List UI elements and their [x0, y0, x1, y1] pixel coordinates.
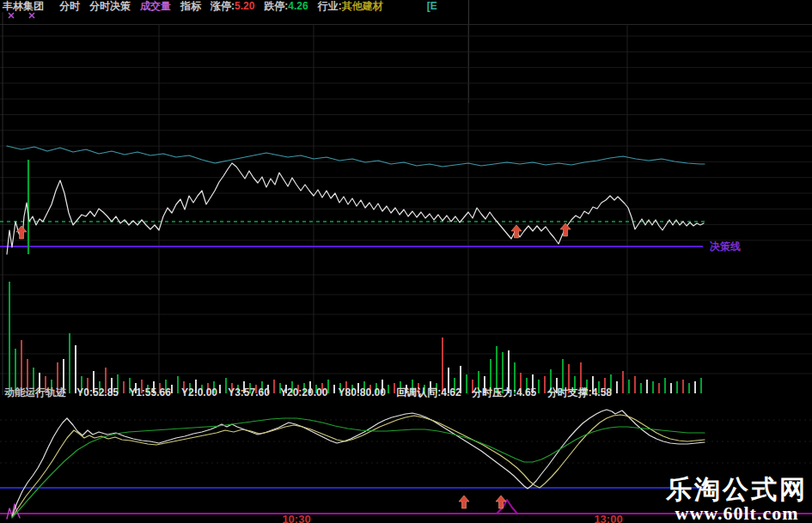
indicator-header-row: 动能运行轨迹 Y0:52.85 Y1:55.66 Y2:0.00 Y3:57.6… — [4, 386, 620, 400]
limit-down-value: 4.26 — [288, 0, 308, 12]
corner-tag: [E — [427, 1, 437, 12]
trading-app-window: 丰林集团 分时 分时决策 成交量 指标 涨停:5.20 跌停:4.26 行业:其… — [0, 0, 812, 523]
buy-arrow-icon — [16, 226, 27, 239]
time-axis-label: 10:30 — [282, 513, 310, 523]
menu-item-intraday[interactable]: 分时 — [59, 1, 80, 12]
indicator-param-support: 分时支撑:4.58 — [547, 386, 612, 398]
watermark-url: www.60lt.com — [666, 503, 808, 523]
indicator-param-pullback: 回调认同:4.62 — [396, 386, 461, 398]
top-menu-bar: 丰林集团 分时 分时决策 成交量 指标 涨停:5.20 跌停:4.26 行业:其… — [0, 0, 812, 12]
limit-up-label: 涨停: — [211, 0, 235, 12]
limit-down-label: 跌停: — [264, 0, 288, 12]
indicator-param-y20: Y20:20.00 — [280, 386, 327, 398]
buy-arrow-icon — [496, 496, 506, 508]
watermark: 乐淘公式网 www.60lt.com — [666, 476, 808, 523]
indicator-param-y1: Y1:55.66 — [129, 386, 171, 398]
watermark-site-name: 乐淘公式网 — [666, 476, 808, 503]
stock-name[interactable]: 丰林集团 — [3, 1, 44, 12]
indicator-param-y3: Y3:57.60 — [228, 386, 270, 398]
industry-value: 其他建材 — [342, 0, 383, 12]
limit-up-field: 涨停:5.20 — [211, 1, 254, 12]
indicator-param-y0: Y0:52.85 — [76, 386, 119, 398]
buy-arrow-icon — [560, 223, 571, 236]
intraday-chart[interactable]: 决策线 — [0, 12, 812, 258]
industry-label: 行业: — [318, 0, 342, 12]
limit-down-field: 跌停:4.26 — [264, 1, 308, 12]
menu-item-intraday-decision[interactable]: 分时决策 — [89, 1, 131, 12]
buy-arrow-icon — [459, 496, 469, 508]
menu-item-indicator[interactable]: 指标 — [180, 1, 201, 12]
limit-up-value: 5.20 — [235, 0, 254, 12]
decision-line-label: 决策线 — [710, 240, 741, 252]
indicator-param-y80: Y80:80.00 — [339, 386, 386, 398]
fast-white-line — [12, 410, 705, 516]
indicator-param-y2: Y2:0.00 — [181, 386, 217, 398]
industry-field[interactable]: 行业:其他建材 — [318, 1, 383, 12]
average-line — [7, 146, 705, 167]
menu-item-volume[interactable]: 成交量 — [140, 1, 171, 12]
volume-chart[interactable] — [0, 258, 812, 395]
indicator-param-pressure: 分时压力:4.65 — [472, 386, 536, 398]
indicator-title[interactable]: 动能运行轨迹 — [4, 386, 66, 398]
time-axis-label: 13:00 — [594, 513, 622, 523]
